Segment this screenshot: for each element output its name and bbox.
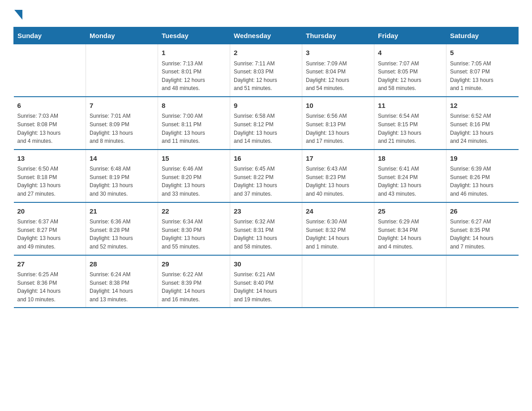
- calendar-cell: 19Sunrise: 6:39 AMSunset: 8:26 PMDayligh…: [446, 150, 519, 202]
- day-number: 20: [17, 206, 82, 217]
- calendar-cell: 27Sunrise: 6:25 AMSunset: 8:36 PMDayligh…: [14, 255, 86, 308]
- header-cell-monday: Monday: [86, 27, 158, 44]
- calendar-cell: 15Sunrise: 6:46 AMSunset: 8:20 PMDayligh…: [158, 150, 230, 202]
- calendar-cell: 6Sunrise: 7:03 AMSunset: 8:08 PMDaylight…: [14, 97, 86, 150]
- calendar-cell: [86, 44, 158, 97]
- day-info: Sunrise: 6:45 AMSunset: 8:22 PMDaylight:…: [234, 165, 298, 198]
- day-info: Sunrise: 6:24 AMSunset: 8:38 PMDaylight:…: [90, 270, 154, 304]
- day-info: Sunrise: 7:01 AMSunset: 8:09 PMDaylight:…: [90, 112, 154, 145]
- day-number: 30: [234, 259, 298, 270]
- day-number: 9: [234, 101, 298, 111]
- day-number: 22: [162, 206, 226, 217]
- day-info: Sunrise: 7:05 AMSunset: 8:07 PMDaylight:…: [450, 60, 515, 93]
- week-row-3: 20Sunrise: 6:37 AMSunset: 8:27 PMDayligh…: [14, 202, 519, 255]
- day-info: Sunrise: 7:13 AMSunset: 8:01 PMDaylight:…: [162, 60, 226, 93]
- header-cell-friday: Friday: [374, 27, 446, 44]
- day-number: 8: [162, 101, 226, 111]
- calendar-cell: [14, 44, 86, 97]
- calendar-cell: 10Sunrise: 6:56 AMSunset: 8:13 PMDayligh…: [302, 97, 374, 150]
- day-info: Sunrise: 6:56 AMSunset: 8:13 PMDaylight:…: [306, 112, 370, 145]
- calendar-body: 1Sunrise: 7:13 AMSunset: 8:01 PMDaylight…: [14, 44, 519, 308]
- day-number: 23: [234, 206, 298, 217]
- day-number: 27: [17, 259, 82, 270]
- logo: [13, 9, 22, 18]
- calendar-cell: 18Sunrise: 6:41 AMSunset: 8:24 PMDayligh…: [374, 150, 446, 202]
- calendar-cell: 4Sunrise: 7:07 AMSunset: 8:05 PMDaylight…: [374, 44, 446, 97]
- week-row-4: 27Sunrise: 6:25 AMSunset: 8:36 PMDayligh…: [14, 255, 519, 308]
- day-number: 11: [378, 101, 442, 111]
- calendar-cell: 22Sunrise: 6:34 AMSunset: 8:30 PMDayligh…: [158, 202, 230, 255]
- day-number: 3: [306, 48, 370, 58]
- calendar-cell: 20Sunrise: 6:37 AMSunset: 8:27 PMDayligh…: [14, 202, 86, 255]
- week-row-2: 13Sunrise: 6:50 AMSunset: 8:18 PMDayligh…: [14, 150, 519, 202]
- calendar-header: SundayMondayTuesdayWednesdayThursdayFrid…: [14, 27, 519, 44]
- calendar-cell: 13Sunrise: 6:50 AMSunset: 8:18 PMDayligh…: [14, 150, 86, 202]
- day-number: 18: [378, 154, 442, 164]
- page-header: [13, 9, 519, 18]
- calendar-cell: 24Sunrise: 6:30 AMSunset: 8:32 PMDayligh…: [302, 202, 374, 255]
- day-info: Sunrise: 6:52 AMSunset: 8:16 PMDaylight:…: [450, 112, 515, 145]
- day-number: 21: [90, 206, 154, 217]
- day-number: 6: [17, 101, 82, 111]
- day-info: Sunrise: 6:21 AMSunset: 8:40 PMDaylight:…: [234, 270, 298, 304]
- day-number: 15: [162, 154, 226, 164]
- day-info: Sunrise: 6:41 AMSunset: 8:24 PMDaylight:…: [378, 165, 442, 198]
- header-cell-sunday: Sunday: [14, 27, 86, 44]
- week-row-0: 1Sunrise: 7:13 AMSunset: 8:01 PMDaylight…: [14, 44, 519, 97]
- calendar-cell: [446, 255, 519, 308]
- calendar-cell: 2Sunrise: 7:11 AMSunset: 8:03 PMDaylight…: [230, 44, 302, 97]
- day-number: 24: [306, 206, 370, 217]
- header-cell-wednesday: Wednesday: [230, 27, 302, 44]
- day-number: 29: [162, 259, 226, 270]
- calendar-cell: 7Sunrise: 7:01 AMSunset: 8:09 PMDaylight…: [86, 97, 158, 150]
- day-info: Sunrise: 6:22 AMSunset: 8:39 PMDaylight:…: [162, 270, 226, 304]
- day-info: Sunrise: 7:07 AMSunset: 8:05 PMDaylight:…: [378, 60, 442, 93]
- day-info: Sunrise: 6:58 AMSunset: 8:12 PMDaylight:…: [234, 112, 298, 145]
- day-info: Sunrise: 6:46 AMSunset: 8:20 PMDaylight:…: [162, 165, 226, 198]
- week-row-1: 6Sunrise: 7:03 AMSunset: 8:08 PMDaylight…: [14, 97, 519, 150]
- day-info: Sunrise: 7:00 AMSunset: 8:11 PMDaylight:…: [162, 112, 226, 145]
- header-cell-saturday: Saturday: [446, 27, 519, 44]
- day-number: 25: [378, 206, 442, 217]
- day-number: 2: [234, 48, 298, 58]
- logo-arrow-icon: [14, 10, 22, 20]
- day-info: Sunrise: 7:11 AMSunset: 8:03 PMDaylight:…: [234, 60, 298, 93]
- day-number: 26: [450, 206, 515, 217]
- calendar-cell: 3Sunrise: 7:09 AMSunset: 8:04 PMDaylight…: [302, 44, 374, 97]
- header-cell-tuesday: Tuesday: [158, 27, 230, 44]
- day-info: Sunrise: 6:37 AMSunset: 8:27 PMDaylight:…: [17, 218, 82, 251]
- calendar-cell: 1Sunrise: 7:13 AMSunset: 8:01 PMDaylight…: [158, 44, 230, 97]
- calendar-cell: 17Sunrise: 6:43 AMSunset: 8:23 PMDayligh…: [302, 150, 374, 202]
- calendar-cell: 29Sunrise: 6:22 AMSunset: 8:39 PMDayligh…: [158, 255, 230, 308]
- calendar-cell: 25Sunrise: 6:29 AMSunset: 8:34 PMDayligh…: [374, 202, 446, 255]
- day-number: 28: [90, 259, 154, 270]
- day-number: 10: [306, 101, 370, 111]
- calendar-table: SundayMondayTuesdayWednesdayThursdayFrid…: [13, 27, 519, 308]
- calendar-cell: 11Sunrise: 6:54 AMSunset: 8:15 PMDayligh…: [374, 97, 446, 150]
- day-number: 1: [162, 48, 226, 58]
- day-info: Sunrise: 6:32 AMSunset: 8:31 PMDaylight:…: [234, 218, 298, 251]
- header-row: SundayMondayTuesdayWednesdayThursdayFrid…: [14, 27, 519, 44]
- day-info: Sunrise: 6:29 AMSunset: 8:34 PMDaylight:…: [378, 218, 442, 251]
- calendar-cell: [374, 255, 446, 308]
- day-info: Sunrise: 6:27 AMSunset: 8:35 PMDaylight:…: [450, 218, 515, 251]
- day-info: Sunrise: 6:25 AMSunset: 8:36 PMDaylight:…: [17, 270, 82, 304]
- day-number: 16: [234, 154, 298, 164]
- calendar-cell: 21Sunrise: 6:36 AMSunset: 8:28 PMDayligh…: [86, 202, 158, 255]
- day-info: Sunrise: 6:39 AMSunset: 8:26 PMDaylight:…: [450, 165, 515, 198]
- day-info: Sunrise: 7:03 AMSunset: 8:08 PMDaylight:…: [17, 112, 82, 145]
- calendar-cell: 8Sunrise: 7:00 AMSunset: 8:11 PMDaylight…: [158, 97, 230, 150]
- day-number: 5: [450, 48, 515, 58]
- day-number: 19: [450, 154, 515, 164]
- calendar-cell: 30Sunrise: 6:21 AMSunset: 8:40 PMDayligh…: [230, 255, 302, 308]
- day-info: Sunrise: 6:43 AMSunset: 8:23 PMDaylight:…: [306, 165, 370, 198]
- calendar-cell: 9Sunrise: 6:58 AMSunset: 8:12 PMDaylight…: [230, 97, 302, 150]
- calendar-cell: [302, 255, 374, 308]
- calendar-cell: 26Sunrise: 6:27 AMSunset: 8:35 PMDayligh…: [446, 202, 519, 255]
- day-number: 4: [378, 48, 442, 58]
- calendar-cell: 5Sunrise: 7:05 AMSunset: 8:07 PMDaylight…: [446, 44, 519, 97]
- calendar-cell: 14Sunrise: 6:48 AMSunset: 8:19 PMDayligh…: [86, 150, 158, 202]
- header-cell-thursday: Thursday: [302, 27, 374, 44]
- day-number: 7: [90, 101, 154, 111]
- day-number: 13: [17, 154, 82, 164]
